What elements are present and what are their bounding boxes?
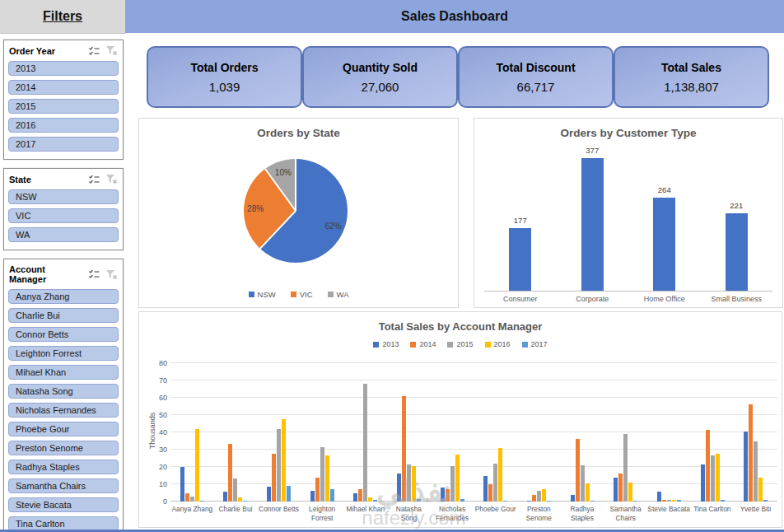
- slicer-item-phoebe-gour[interactable]: Phoebe Gour: [8, 422, 119, 436]
- bar-2013: [571, 495, 575, 502]
- y-tick-label: 50: [141, 411, 167, 419]
- slicer-item-nsw[interactable]: NSW: [8, 189, 119, 204]
- clear-filter-icon[interactable]: [105, 45, 118, 56]
- slicer-item-vic[interactable]: VIC: [8, 208, 119, 223]
- bar-2017: [373, 500, 377, 502]
- slicer-state: StateNSWVICWA: [3, 168, 124, 250]
- slicer-item-samantha-chairs[interactable]: Samantha Chairs: [8, 478, 119, 493]
- slicer-item-aanya-zhang[interactable]: Aanya Zhang: [8, 289, 119, 304]
- bar-2014: [228, 444, 232, 502]
- slicer-item-radhya-staples[interactable]: Radhya Staples: [8, 460, 119, 474]
- bar-2017: [460, 499, 464, 502]
- kpi-label: Total Sales: [661, 61, 721, 74]
- slicer-item-mihael-khan[interactable]: Mihael Khan: [8, 365, 119, 380]
- bar-group-stevie-bacata: [647, 363, 691, 502]
- legend-label: 2014: [419, 340, 436, 348]
- bar-2014: [185, 493, 189, 502]
- legend-item-nsw: NSW: [249, 290, 276, 299]
- pie-slice-separator: [259, 210, 296, 249]
- multi-select-icon[interactable]: [88, 175, 100, 184]
- bar-2013: [180, 467, 184, 502]
- bar-2015: [190, 497, 194, 502]
- bar-2013: [614, 478, 618, 502]
- slicer-item-2014[interactable]: 2014: [8, 80, 119, 95]
- x-axis-label: Yvette Biti: [734, 505, 777, 523]
- bar-2014: [402, 396, 406, 502]
- slicer-title: Account Manager: [9, 264, 83, 284]
- bar-2015: [711, 455, 715, 502]
- bar-2013: [657, 492, 661, 502]
- bar-2017: [677, 500, 681, 502]
- x-axis-label: Connor Betts: [257, 505, 301, 523]
- filters-title: Filters: [43, 9, 82, 24]
- x-axis-label: Nicholas Fernandes: [431, 505, 474, 523]
- sales-dashboard-app: Filters Sales Dashboard Order Year201320…: [0, 0, 784, 532]
- slicer-item-stevie-bacata[interactable]: Stevie Bacata: [8, 497, 119, 512]
- clear-filter-icon[interactable]: [105, 174, 118, 184]
- bar-2017: [287, 486, 291, 502]
- page-title: Sales Dashboard: [401, 9, 508, 24]
- bar-2013: [701, 464, 705, 502]
- slicer-item-wa[interactable]: WA: [8, 227, 119, 242]
- grouped-bar-plot: [170, 363, 777, 502]
- bar-2017: [243, 501, 247, 502]
- multi-select-icon[interactable]: [88, 46, 100, 56]
- slicer-header: State: [8, 172, 119, 185]
- pie-legend: NSWVICWA: [139, 290, 458, 299]
- x-axis-label: Natasha Song: [387, 505, 431, 523]
- kpi-label: Total Discount: [496, 61, 575, 74]
- x-axis-label: Phoebe Gour: [474, 505, 517, 523]
- kpi-value: 1,039: [209, 80, 240, 94]
- slicer-header: Account Manager: [8, 263, 119, 285]
- slicer-item-nicholas-fernandes[interactable]: Nicholas Fernandes: [8, 403, 119, 418]
- slicer-item-charlie-bui[interactable]: Charlie Bui: [8, 308, 119, 323]
- kpi-card-total-sales: Total Sales 1,138,807: [614, 46, 769, 108]
- slicer-item-natasha-song[interactable]: Natasha Song: [8, 384, 119, 399]
- bar-2015: [363, 384, 367, 502]
- x-axis-labels: Aanya ZhangCharlie BuiConnor BettsLeight…: [170, 505, 777, 523]
- bar-2016: [325, 455, 329, 502]
- x-axis-label: Mihael Khan: [344, 505, 388, 523]
- bar-2013: [353, 493, 357, 502]
- bar-2013: [397, 474, 401, 502]
- y-tick-label: 30: [141, 446, 167, 454]
- bar-group-phoebe-gour: [474, 363, 518, 502]
- bar-2017: [547, 501, 551, 502]
- slicer-item-2015[interactable]: 2015: [8, 99, 119, 114]
- slicer-item-2016[interactable]: 2016: [8, 118, 119, 133]
- bar-group-natasha-song: [387, 363, 431, 502]
- chart-title: Orders by State: [139, 127, 458, 139]
- x-axis-label: Samantha Chairs: [604, 505, 647, 523]
- bar-2015: [623, 434, 628, 502]
- bar-2017: [763, 500, 768, 502]
- bar-2014: [576, 439, 580, 502]
- bar-2014: [662, 500, 666, 502]
- bar-column-home-office: 264: [628, 185, 701, 291]
- kpi-value: 27,060: [362, 80, 399, 94]
- pie-slice-separator: [295, 159, 296, 211]
- slicer-item-2017[interactable]: 2017: [8, 137, 119, 152]
- legend-label: 2016: [494, 340, 511, 348]
- y-tick-label: 70: [141, 376, 167, 385]
- slicer-title: State: [9, 175, 83, 184]
- slicer-item-2013[interactable]: 2013: [8, 61, 119, 76]
- bar-2017: [633, 501, 637, 502]
- slicer-item-preston-senome[interactable]: Preston Senome: [8, 441, 119, 455]
- y-tick-label: 10: [141, 480, 167, 488]
- x-axis-label: Preston Senome: [517, 505, 561, 523]
- slicer-item-connor-betts[interactable]: Connor Betts: [8, 327, 119, 342]
- clear-filter-icon[interactable]: [105, 269, 118, 280]
- chart-title: Total Sales by Account Manager: [139, 320, 782, 333]
- legend-label: 2015: [456, 340, 473, 348]
- bar-2014: [706, 430, 710, 502]
- kpi-label: Quantity Sold: [343, 61, 418, 74]
- bar-2017: [590, 501, 595, 502]
- bar-2015: [407, 464, 411, 502]
- legend-label: VIC: [300, 290, 313, 299]
- kpi-card-total-discount: Total Discount 66,717: [458, 46, 614, 108]
- multi-select-icon[interactable]: [88, 269, 100, 279]
- bar: [726, 213, 748, 292]
- bar-2016: [542, 489, 546, 502]
- slicer-item-leighton-forrest[interactable]: Leighton Forrest: [8, 346, 119, 361]
- kpi-card-total-orders: Total Orders 1,039: [147, 46, 302, 108]
